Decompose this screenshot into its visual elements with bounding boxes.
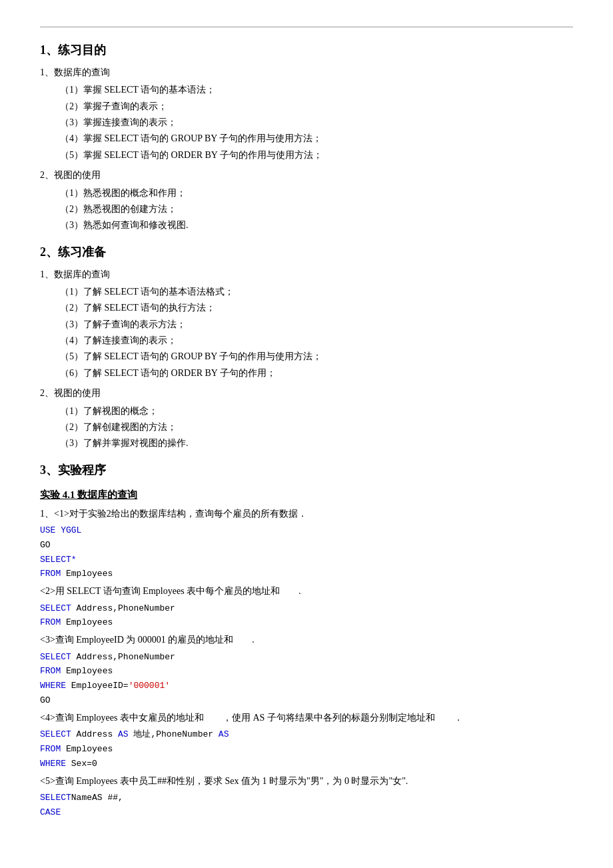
exercise2-description: <2>用 SELECT 语句查询 Employees 表中每个雇员的地址和 .: [40, 584, 573, 599]
section2-sub2-label: 2、视图的使用: [40, 386, 573, 401]
list-item: （1）了解视图的概念；: [60, 404, 573, 419]
section2-sub1-items: （1）了解 SELECT 语句的基本语法格式； （2）了解 SELECT 语句的…: [60, 285, 573, 381]
code-text: FROM: [40, 569, 61, 579]
exercise1-code: USE YGGL GO SELECT* FROM Employees: [40, 524, 573, 581]
list-item: （3）掌握连接查询的表示；: [60, 115, 573, 130]
code-text: Employees: [61, 744, 113, 754]
code-text: SELECT*: [40, 555, 77, 565]
code-text: WHERE: [40, 759, 66, 769]
exercise5-description: <5>查询 Employees 表中员工##和性别，要求 Sex 值为 1 时显…: [40, 774, 573, 789]
code-text: FROM: [40, 744, 61, 754]
list-item: （1）掌握 SELECT 语句的基本语法；: [60, 83, 573, 97]
list-item: （5）掌握 SELECT 语句的 ORDER BY 子句的作用与使用方法；: [60, 148, 573, 163]
code-text: Employees: [61, 666, 113, 676]
list-item: （3）了解子查询的表示方法；: [60, 317, 573, 332]
code-text: GO: [40, 540, 51, 550]
list-item: （6）了解 SELECT 语句的 ORDER BY 子句的作用；: [60, 366, 573, 381]
code-text: EmployeeID=: [66, 681, 129, 691]
list-item: （3）了解并掌握对视图的操作.: [60, 436, 573, 451]
code-text: NameAS ##,: [71, 793, 123, 803]
code-text: FROM: [40, 617, 61, 627]
code-text: Sex=0: [66, 759, 97, 769]
exercise5-code: SELECTNameAS ##, CASE: [40, 791, 573, 820]
list-item: （1）了解 SELECT 语句的基本语法格式；: [60, 285, 573, 299]
code-text: 地址,PhoneNumber: [129, 729, 219, 739]
section2-title: 2、练习准备: [40, 243, 573, 262]
code-string: '000001': [129, 681, 170, 691]
list-item: （2）掌握子查询的表示；: [60, 99, 573, 114]
code-text: FROM: [40, 666, 61, 676]
top-divider: [40, 27, 573, 27]
exercise4-code: SELECT Address AS 地址,PhoneNumber AS FROM…: [40, 728, 573, 771]
section1-sub2-label: 2、视图的使用: [40, 168, 573, 183]
code-text: WHERE: [40, 681, 66, 691]
list-item: （2）了解 SELECT 语句的执行方法；: [60, 301, 573, 315]
code-text: Address: [71, 729, 118, 739]
code-text: Address,PhoneNumber: [71, 652, 175, 662]
list-item: （2）熟悉视图的创建方法；: [60, 202, 573, 217]
code-text: SELECT: [40, 729, 71, 739]
exercise1-description: 1、<1>对于实验2给出的数据库结构，查询每个雇员的所有数据．: [40, 507, 573, 521]
section1-sub1-items: （1）掌握 SELECT 语句的基本语法； （2）掌握子查询的表示； （3）掌握…: [60, 83, 573, 163]
code-text: Address,PhoneNumber: [71, 603, 175, 613]
exercise3-code: SELECT Address,PhoneNumber FROM Employee…: [40, 651, 573, 708]
section1-title: 1、练习目的: [40, 41, 573, 60]
list-item: （4）掌握 SELECT 语句的 GROUP BY 子句的作用与使用方法；: [60, 131, 573, 146]
code-text: USE YGGL: [40, 525, 81, 535]
experiment-title: 实验 4.1 数据库的查询: [40, 487, 573, 503]
exercise4-description: <4>查询 Employees 表中女雇员的地址和 ，使用 AS 子句将结果中各…: [40, 711, 573, 725]
code-text: SELECT: [40, 603, 71, 613]
section2-sub2-items: （1）了解视图的概念； （2）了解创建视图的方法； （3）了解并掌握对视图的操作…: [60, 404, 573, 451]
section2-sub1-label: 1、数据库的查询: [40, 267, 573, 282]
code-text: Employees: [61, 569, 113, 579]
section3-title: 3、实验程序: [40, 461, 573, 480]
list-item: （4）了解连接查询的表示；: [60, 333, 573, 348]
code-text: Employees: [61, 617, 113, 627]
list-item: （3）熟悉如何查询和修改视图.: [60, 218, 573, 233]
code-case-keyword: CASE: [40, 807, 61, 817]
code-text: GO: [40, 695, 51, 705]
code-text: SELECT: [40, 652, 71, 662]
exercise2-code: SELECT Address,PhoneNumber FROM Employee…: [40, 602, 573, 631]
list-item: （5）了解 SELECT 语句的 GROUP BY 子句的作用与使用方法；: [60, 349, 573, 364]
exercise3-description: <3>查询 EmployeeID 为 000001 的雇员的地址和 .: [40, 633, 573, 647]
code-text: AS: [219, 729, 229, 739]
section1-sub1-label: 1、数据库的查询: [40, 65, 573, 80]
code-text: SELECT: [40, 793, 71, 803]
list-item: （1）熟悉视图的概念和作用；: [60, 186, 573, 201]
list-item: （2）了解创建视图的方法；: [60, 420, 573, 435]
section1-sub2-items: （1）熟悉视图的概念和作用； （2）熟悉视图的创建方法； （3）熟悉如何查询和修…: [60, 186, 573, 233]
code-text: AS: [118, 729, 129, 739]
